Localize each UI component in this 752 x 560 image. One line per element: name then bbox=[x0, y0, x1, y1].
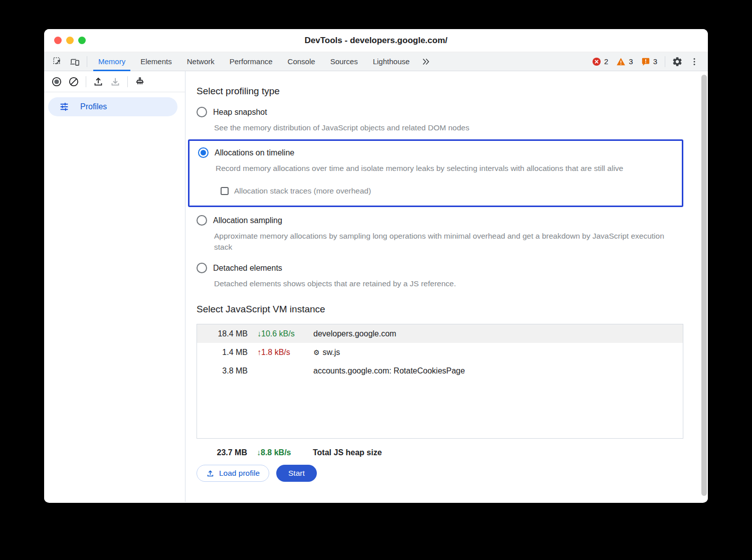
clear-brush-icon[interactable] bbox=[131, 74, 148, 89]
radio-unchecked-icon[interactable] bbox=[197, 263, 207, 273]
tab-memory[interactable]: Memory bbox=[91, 52, 133, 71]
vm-row-developers-google-com[interactable]: 18.4 MB ↓10.6 kB/s developers.google.com bbox=[197, 324, 683, 343]
tab-performance[interactable]: Performance bbox=[222, 52, 280, 71]
errors-badge[interactable]: 2 bbox=[588, 57, 612, 66]
titlebar: DevTools - developers.google.com/ bbox=[44, 29, 708, 52]
toolbar-divider bbox=[87, 56, 87, 67]
errors-count: 2 bbox=[604, 57, 608, 66]
tab-console[interactable]: Console bbox=[280, 52, 323, 71]
download-profile-icon[interactable] bbox=[107, 74, 124, 89]
sidebar-item-profiles[interactable]: Profiles bbox=[48, 97, 177, 116]
error-icon bbox=[592, 57, 601, 66]
warnings-badge[interactable]: 3 bbox=[612, 57, 637, 66]
rate-up-arrow-icon: ↑ bbox=[257, 348, 261, 356]
scrollbar-thumb[interactable] bbox=[701, 75, 707, 496]
sidebar: Profiles bbox=[44, 71, 185, 502]
side-toolbar-divider bbox=[86, 76, 86, 87]
close-window-button[interactable] bbox=[54, 37, 62, 44]
minimize-window-button[interactable] bbox=[66, 37, 74, 44]
rate-down-arrow-icon: ↓ bbox=[257, 448, 261, 457]
upload-profile-icon[interactable] bbox=[90, 74, 107, 89]
selected-option-outline: Allocations on timeline Record memory al… bbox=[188, 139, 683, 207]
radio-option-heap-snapshot[interactable]: Heap snapshot bbox=[197, 107, 691, 117]
tune-sliders-icon bbox=[59, 101, 70, 112]
device-toolbar-icon[interactable] bbox=[66, 54, 83, 69]
issues-icon bbox=[641, 57, 650, 66]
total-heap-row: 23.7 MB ↓8.8 kB/s Total JS heap size bbox=[197, 448, 691, 457]
vm-instance-table: 18.4 MB ↓10.6 kB/s developers.google.com… bbox=[197, 324, 683, 439]
radio-checked-icon[interactable] bbox=[198, 147, 209, 158]
traffic-lights bbox=[54, 29, 86, 52]
profiling-type-heading: Select profiling type bbox=[197, 86, 691, 97]
side-toolbar-divider-2 bbox=[127, 76, 128, 87]
radio-option-detached-elements[interactable]: Detached elements bbox=[197, 263, 691, 273]
vertical-scrollbar[interactable] bbox=[701, 75, 707, 496]
profiles-label: Profiles bbox=[80, 102, 107, 111]
vm-row-accounts-google-com[interactable]: 3.8 MB accounts.google.com: RotateCookie… bbox=[197, 361, 683, 380]
rate-down-arrow-icon: ↓ bbox=[257, 329, 261, 338]
devtools-tabbar: Memory Elements Network Performance Cons… bbox=[44, 52, 708, 71]
devtools-body: Profiles Select profiling type Heap snap… bbox=[44, 71, 708, 502]
option-description: Detached elements shows objects that are… bbox=[214, 278, 683, 289]
tab-network[interactable]: Network bbox=[179, 52, 222, 71]
tabbar-divider-right bbox=[665, 56, 665, 67]
radio-unchecked-icon[interactable] bbox=[197, 107, 207, 117]
option-description: Approximate memory allocations by sampli… bbox=[214, 231, 683, 253]
fullscreen-window-button[interactable] bbox=[78, 37, 86, 44]
inspect-element-icon[interactable] bbox=[49, 54, 66, 69]
radio-option-allocation-sampling[interactable]: Allocation sampling bbox=[197, 215, 691, 226]
more-options-kebab-icon[interactable] bbox=[686, 54, 703, 69]
radio-unchecked-icon[interactable] bbox=[197, 215, 207, 226]
warning-icon bbox=[616, 57, 626, 66]
service-worker-gear-icon: ⚙ bbox=[313, 348, 320, 356]
vm-row-sw-js[interactable]: 1.4 MB ↑1.8 kB/s ⚙sw.js bbox=[197, 343, 683, 361]
checkbox-unchecked-icon[interactable] bbox=[221, 187, 229, 195]
vm-instance-heading: Select JavaScript VM instance bbox=[197, 304, 691, 315]
window-title: DevTools - developers.google.com/ bbox=[305, 36, 448, 46]
issues-count: 3 bbox=[653, 57, 657, 66]
record-profile-icon[interactable] bbox=[48, 74, 65, 89]
allocation-stack-traces-checkbox[interactable]: Allocation stack traces (more overhead) bbox=[221, 186, 672, 196]
option-description: Record memory allocations over time and … bbox=[216, 163, 672, 174]
settings-gear-icon[interactable] bbox=[669, 54, 686, 69]
start-button[interactable]: Start bbox=[276, 465, 317, 482]
tab-sources[interactable]: Sources bbox=[323, 52, 365, 71]
load-profile-button[interactable]: Load profile bbox=[197, 465, 269, 482]
profiles-toolbar bbox=[44, 71, 185, 92]
clear-profiles-icon[interactable] bbox=[65, 74, 82, 89]
more-tabs-chevron-icon[interactable] bbox=[417, 54, 434, 69]
upload-icon bbox=[206, 469, 215, 478]
devtools-window: DevTools - developers.google.com/ Memory… bbox=[44, 29, 708, 503]
tab-elements[interactable]: Elements bbox=[133, 52, 179, 71]
issues-badge[interactable]: 3 bbox=[637, 57, 661, 66]
action-buttons: Load profile Start bbox=[197, 465, 691, 482]
warnings-count: 3 bbox=[629, 57, 633, 66]
radio-option-allocations-on-timeline[interactable]: Allocations on timeline bbox=[198, 147, 672, 158]
memory-panel: Select profiling type Heap snapshot See … bbox=[185, 71, 708, 502]
tab-lighthouse[interactable]: Lighthouse bbox=[365, 52, 417, 71]
option-description: See the memory distribution of JavaScrip… bbox=[214, 122, 683, 133]
